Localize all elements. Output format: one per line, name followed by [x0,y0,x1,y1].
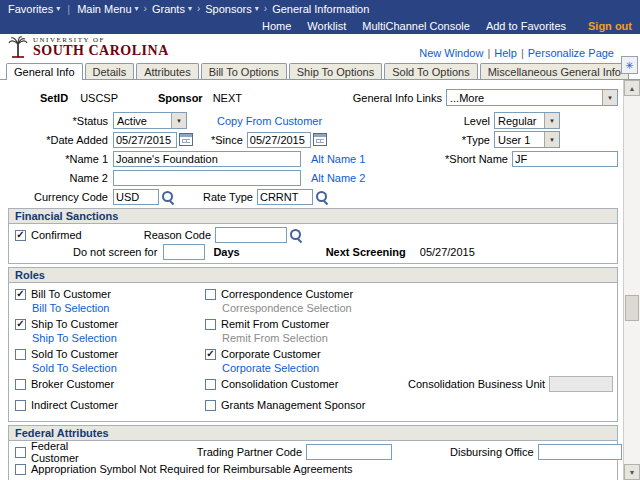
federal-attributes-section: Federal Attributes Federal Customer Trad… [8,425,618,480]
general-info-links-select[interactable]: ...More [446,89,618,106]
alt-name2-link[interactable]: Alt Name 2 [311,172,365,184]
rate-type-label: Rate Type [203,191,253,203]
level-value: Regular [495,115,544,127]
dropdown-arrow-icon[interactable] [544,113,559,128]
ship-to-customer-label: Ship To Customer [31,318,118,330]
federal-customer-checkbox[interactable] [15,447,26,458]
dropdown-arrow-icon[interactable] [544,132,559,147]
short-name-input[interactable] [512,151,618,167]
remit-from-selection-label: Remit From Selection [222,332,328,344]
type-select[interactable]: User 1 [494,131,560,148]
consolidation-customer-checkbox[interactable] [205,379,216,390]
breadcrumb-grants[interactable]: Grants [152,3,192,15]
roles-title: Roles [9,268,617,283]
bill-to-selection-link[interactable]: Bill To Selection [32,302,109,314]
usc-logo-icon [8,36,28,58]
role-item: Correspondence Customer Correspondence S… [205,287,613,314]
brand-line2: SOUTH CAROLINA [33,44,169,58]
dropdown-arrow-icon[interactable] [602,90,617,105]
breadcrumb-sponsors[interactable]: Sponsors [205,3,259,15]
remit-from-customer-checkbox[interactable] [205,319,216,330]
role-item: Indirect Customer [15,398,205,412]
ship-to-customer-checkbox[interactable] [15,319,26,330]
add-to-favorites-link[interactable]: Add to Favorites [486,20,566,32]
reason-code-lookup-icon[interactable] [289,228,303,242]
disbursing-office-input[interactable] [538,444,622,460]
vertical-scrollbar[interactable]: ▲ ▼ [623,80,640,480]
tab-sold-to-options[interactable]: Sold To Options [384,63,477,79]
personalize-page-link[interactable]: Personalize Page [528,47,614,59]
role-item: Ship To Customer Ship To Selection [15,317,205,344]
tab-misc-general-info[interactable]: Miscellaneous General Info [480,63,629,79]
status-select[interactable]: Active [113,112,187,129]
corporate-customer-checkbox[interactable] [205,349,216,360]
do-not-screen-input[interactable] [163,244,205,260]
calendar-icon[interactable] [179,133,193,146]
dropdown-arrow-icon[interactable] [171,113,186,128]
corporate-selection-link[interactable]: Corporate Selection [222,362,319,374]
copy-from-customer-link[interactable]: Copy From Customer [217,115,322,127]
trading-partner-code-input[interactable] [306,444,392,460]
currency-lookup-icon[interactable] [161,190,175,204]
scrollbar-thumb[interactable] [625,295,639,321]
page-tab-bar: General Info Details Attributes Bill To … [0,61,640,80]
worklist-link[interactable]: Worklist [307,20,346,32]
processing-glyph: ✳ [625,60,633,71]
calendar-icon[interactable] [313,133,327,146]
sold-to-selection-link[interactable]: Sold To Selection [32,362,117,374]
tab-details[interactable]: Details [85,63,135,79]
status-label: *Status [8,115,108,127]
date-added-input[interactable] [113,132,177,148]
rate-type-lookup-icon[interactable] [315,190,329,204]
appropriation-row: Appropriation Symbol Not Required for Re… [15,461,613,477]
breadcrumb-main-menu[interactable]: Main Menu [77,3,138,15]
consolidation-bu-input [549,376,613,392]
type-value: User 1 [495,134,544,146]
correspondence-selection-label: Correspondence Selection [222,302,352,314]
name1-input[interactable] [113,151,301,167]
breadcrumb-favorites[interactable]: Favorites [8,3,60,15]
correspondence-customer-checkbox[interactable] [205,289,216,300]
reason-code-input[interactable] [215,227,287,243]
currency-code-input[interactable] [113,189,159,205]
alt-name1-link[interactable]: Alt Name 1 [311,153,365,165]
sold-to-customer-label: Sold To Customer [31,348,118,360]
tab-bill-to-options[interactable]: Bill To Options [201,63,287,79]
roles-right-column: Correspondence Customer Correspondence S… [205,287,613,419]
tab-general-info[interactable]: General Info [6,63,83,80]
role-item: Bill To Customer Bill To Selection [15,287,205,314]
general-info-links-label: General Info Links [353,92,442,104]
scroll-up-icon[interactable]: ▲ [624,80,640,96]
screening-row: Do not screen for Days Next Screening 05… [15,244,613,260]
sold-to-customer-checkbox[interactable] [15,349,26,360]
rate-type-input[interactable] [257,189,313,205]
new-window-link[interactable]: New Window [419,47,483,59]
tab-attributes[interactable]: Attributes [136,63,198,79]
sign-out-link[interactable]: Sign out [588,20,632,32]
key-fields-row: SetID USCSP Sponsor NEXT General Info Li… [8,89,618,106]
tab-ship-to-options[interactable]: Ship To Options [289,63,382,79]
since-input[interactable] [247,132,311,148]
broker-customer-checkbox[interactable] [15,379,26,390]
scroll-down-icon[interactable]: ▼ [624,464,640,480]
indirect-customer-checkbox[interactable] [15,400,26,411]
appropriation-symbol-checkbox[interactable] [15,464,26,475]
type-label: *Type [462,134,490,146]
name2-label: Name 2 [8,172,108,184]
level-select[interactable]: Regular [494,112,560,129]
breadcrumb-separator-icon: › [197,3,200,14]
dates-row: *Date Added *Since *Type User 1 [8,131,618,148]
bill-to-customer-checkbox[interactable] [15,289,26,300]
confirmed-checkbox[interactable] [15,230,26,241]
help-link[interactable]: Help [494,47,517,59]
home-link[interactable]: Home [262,20,291,32]
status-row: *Status Active Copy From Customer Level … [8,112,618,129]
multichannel-console-link[interactable]: MultiChannel Console [362,20,470,32]
breadcrumb-separator-icon: › [264,3,267,14]
grants-management-sponsor-checkbox[interactable] [205,400,216,411]
role-item: Sold To Customer Sold To Selection [15,347,205,374]
ship-to-selection-link[interactable]: Ship To Selection [32,332,117,344]
main-content: SetID USCSP Sponsor NEXT General Info Li… [0,80,640,480]
name2-input[interactable] [113,170,301,186]
currency-row: Currency Code Rate Type [8,188,618,205]
